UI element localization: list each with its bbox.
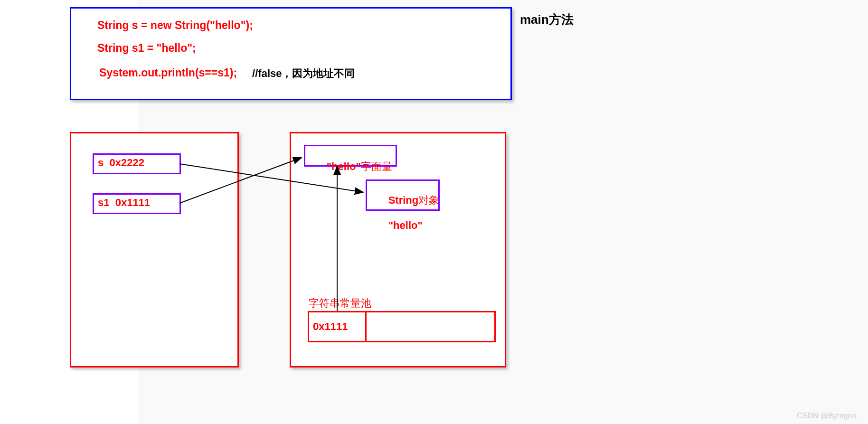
- stack-slot-s-text: s 0x2222: [94, 155, 179, 171]
- code-line-3-comment: //false，因为地址不同: [249, 66, 355, 81]
- main-method-label: main方法: [520, 11, 574, 28]
- code-line-3-red: System.out.println(s==s1);: [99, 66, 237, 79]
- code-line-2: String s1 = "hello";: [97, 42, 196, 55]
- stack-slot-s1-text: s1 0x1111: [94, 195, 179, 211]
- watermark: CSDN @Byragon.: [797, 412, 859, 420]
- stack-slot-s1: s1 0x1111: [93, 193, 181, 214]
- code-box: String s = new String("hello"); String s…: [70, 7, 512, 100]
- code-line-1: String s = new String("hello");: [97, 19, 253, 32]
- string-pool-label: 字符串常量池: [309, 296, 371, 311]
- heap-object-box: String对象 "hello": [366, 179, 440, 211]
- string-pool-cell-0: 0x1111: [308, 311, 367, 342]
- diagram-root: main方法 String s = new String("hello"); S…: [0, 0, 868, 424]
- stack-slot-s: s 0x2222: [93, 153, 181, 174]
- heap-literal-box: "hello"字面量: [304, 145, 397, 167]
- heap-object-text: String对象 "hello": [367, 181, 438, 246]
